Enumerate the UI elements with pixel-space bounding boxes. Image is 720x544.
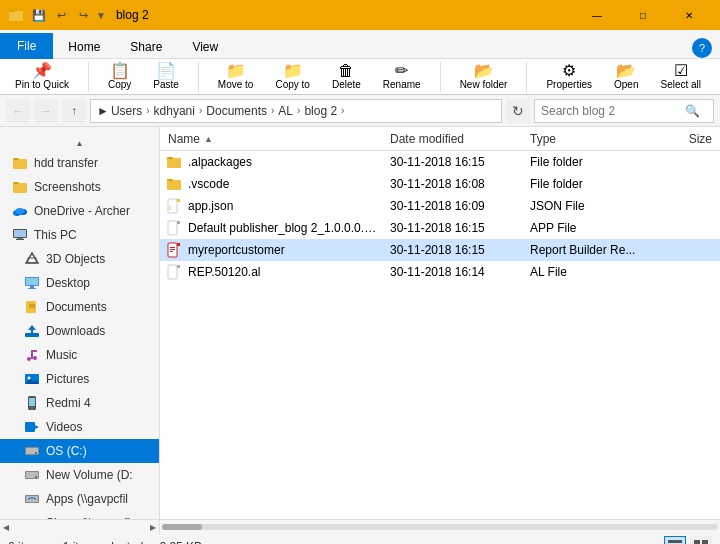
redo-quick-btn[interactable]: ↪ xyxy=(74,6,92,24)
file-name: .vscode xyxy=(184,177,386,191)
maximize-button[interactable]: □ xyxy=(620,0,666,30)
paste-btn[interactable]: 📄 Paste xyxy=(146,60,186,93)
table-row[interactable]: REP.50120.al 30-11-2018 16:14 AL File xyxy=(160,261,720,283)
tab-file[interactable]: File xyxy=(0,33,53,59)
file-name: app.json xyxy=(184,199,386,213)
back-button[interactable]: ← xyxy=(6,99,30,123)
column-size[interactable]: Size xyxy=(656,132,716,146)
file-type: File folder xyxy=(526,155,656,169)
ribbon-separator-4 xyxy=(526,62,527,92)
sidebar-item-new-volume-d[interactable]: New Volume (D: xyxy=(0,463,159,487)
properties-btn[interactable]: ⚙ Properties xyxy=(539,60,599,93)
breadcrumb-kdhyani[interactable]: kdhyani xyxy=(154,104,195,118)
table-row[interactable]: .vscode 30-11-2018 16:08 File folder xyxy=(160,173,720,195)
sidebar-item-onedrive[interactable]: OneDrive - Archer xyxy=(0,199,159,223)
svg-rect-25 xyxy=(31,330,33,333)
file-horizontal-scroll[interactable] xyxy=(160,520,720,534)
save-quick-btn[interactable]: 💾 xyxy=(30,6,48,24)
downloads-icon xyxy=(24,323,40,339)
folder-icon xyxy=(8,7,24,23)
close-button[interactable]: ✕ xyxy=(666,0,712,30)
column-name[interactable]: Name ▲ xyxy=(164,132,386,146)
scroll-left-arrow[interactable]: ◀ xyxy=(2,522,10,533)
table-row[interactable]: {} app.json 30-11-2018 16:09 JSON File xyxy=(160,195,720,217)
sidebar-label: OS (C:) xyxy=(46,444,87,458)
column-date-modified[interactable]: Date modified xyxy=(386,132,526,146)
open-btn[interactable]: 📂 Open xyxy=(607,60,645,93)
sidebar-item-videos[interactable]: Videos xyxy=(0,415,159,439)
breadcrumb-blog2[interactable]: blog 2 xyxy=(304,104,337,118)
sidebar-item-documents[interactable]: Documents xyxy=(0,295,159,319)
sidebar-item-downloads[interactable]: Downloads xyxy=(0,319,159,343)
scroll-right-arrow[interactable]: ▶ xyxy=(149,522,157,533)
copy-to-btn[interactable]: 📁 Copy to xyxy=(268,60,316,93)
minimize-button[interactable]: — xyxy=(574,0,620,30)
sidebar-item-apps[interactable]: Apps (\\gavpcfil xyxy=(0,487,159,511)
tab-view[interactable]: View xyxy=(177,35,233,58)
table-row[interactable]: Default publisher_blog 2_1.0.0.0.app 30-… xyxy=(160,217,720,239)
file-date: 30-11-2018 16:15 xyxy=(386,155,526,169)
sidebar-item-this-pc[interactable]: This PC xyxy=(0,223,159,247)
pin-to-quick-access-btn[interactable]: 📌 Pin to Quick xyxy=(8,60,76,93)
copy-btn[interactable]: 📋 Copy xyxy=(101,60,138,93)
svg-rect-23 xyxy=(25,333,39,337)
move-to-btn[interactable]: 📁 Move to xyxy=(211,60,261,93)
status-left: 6 items 1 item selected 2.35 KB xyxy=(8,540,202,545)
delete-btn[interactable]: 🗑 Delete xyxy=(325,60,368,93)
large-icons-view-button[interactable] xyxy=(690,536,712,545)
scroll-up-indicator[interactable]: ▲ xyxy=(0,135,159,151)
breadcrumb-item[interactable]: ► xyxy=(97,104,109,118)
search-bar[interactable]: 🔍 xyxy=(534,99,714,123)
sidebar-item-desktop[interactable]: Desktop xyxy=(0,271,159,295)
svg-rect-54 xyxy=(167,157,173,159)
table-row[interactable]: .alpackages 30-11-2018 16:15 File folder xyxy=(160,151,720,173)
tab-home[interactable]: Home xyxy=(53,35,115,58)
file-date: 30-11-2018 16:15 xyxy=(386,221,526,235)
h-scroll-track[interactable] xyxy=(162,524,718,530)
tab-share[interactable]: Share xyxy=(115,35,177,58)
svg-rect-11 xyxy=(17,238,23,239)
svg-rect-70 xyxy=(168,265,177,279)
sidebar-item-screenshots[interactable]: Screenshots xyxy=(0,175,159,199)
rename-btn[interactable]: ✏ Rename xyxy=(376,60,428,93)
sidebar-item-3d-objects[interactable]: 3D Objects xyxy=(0,247,159,271)
breadcrumb-documents[interactable]: Documents xyxy=(206,104,267,118)
sidebar-item-pictures[interactable]: Pictures xyxy=(0,367,159,391)
undo-quick-btn[interactable]: ↩ xyxy=(52,6,70,24)
svg-rect-61 xyxy=(168,221,177,235)
table-row[interactable]: myreportcustomer 30-11-2018 16:15 Report… xyxy=(160,239,720,261)
details-view-button[interactable] xyxy=(664,536,686,545)
onedrive-icon xyxy=(12,203,28,219)
sidebar-item-os-c[interactable]: OS (C:) xyxy=(0,439,159,463)
window-controls: — □ ✕ xyxy=(574,0,712,30)
copy-icon: 📋 xyxy=(110,63,130,79)
sidebar-horizontal-scroll[interactable]: ◀ ▶ xyxy=(0,520,160,534)
breadcrumb-users[interactable]: Users xyxy=(111,104,142,118)
sidebar-label: Apps (\\gavpcfil xyxy=(46,492,128,506)
quick-dropdown[interactable]: ▼ xyxy=(96,10,106,21)
search-input[interactable] xyxy=(541,104,681,118)
sidebar-item-music[interactable]: Music xyxy=(0,343,159,367)
sidebar-item-redmi4[interactable]: Redmi 4 xyxy=(0,391,159,415)
new-folder-icon: 📂 xyxy=(474,63,494,79)
breadcrumb[interactable]: ► Users › kdhyani › Documents › AL › blo… xyxy=(90,99,502,123)
breadcrumb-al[interactable]: AL xyxy=(278,104,293,118)
svg-rect-45 xyxy=(26,496,38,502)
file-date: 30-11-2018 16:14 xyxy=(386,265,526,279)
forward-button[interactable]: → xyxy=(34,99,58,123)
sidebar-item-share[interactable]: Share (\\gavpcfi xyxy=(0,511,159,519)
column-type[interactable]: Type xyxy=(526,132,656,146)
quick-access-toolbar: 💾 ↩ ↪ ▼ xyxy=(30,6,106,24)
network-drive-icon xyxy=(24,491,40,507)
refresh-button[interactable]: ↻ xyxy=(506,99,530,123)
up-button[interactable]: ↑ xyxy=(62,99,86,123)
sidebar-label: This PC xyxy=(34,228,77,242)
select-all-btn[interactable]: ☑ Select all xyxy=(653,60,708,93)
pictures-icon xyxy=(24,371,40,387)
sidebar-item-hdd-transfer[interactable]: hdd transfer xyxy=(0,151,159,175)
svg-point-43 xyxy=(35,476,37,478)
help-button[interactable]: ? xyxy=(692,38,712,58)
title-bar-left: 💾 ↩ ↪ ▼ blog 2 xyxy=(8,6,149,24)
h-scroll-thumb[interactable] xyxy=(162,524,202,530)
new-folder-btn[interactable]: 📂 New folder xyxy=(453,60,515,93)
